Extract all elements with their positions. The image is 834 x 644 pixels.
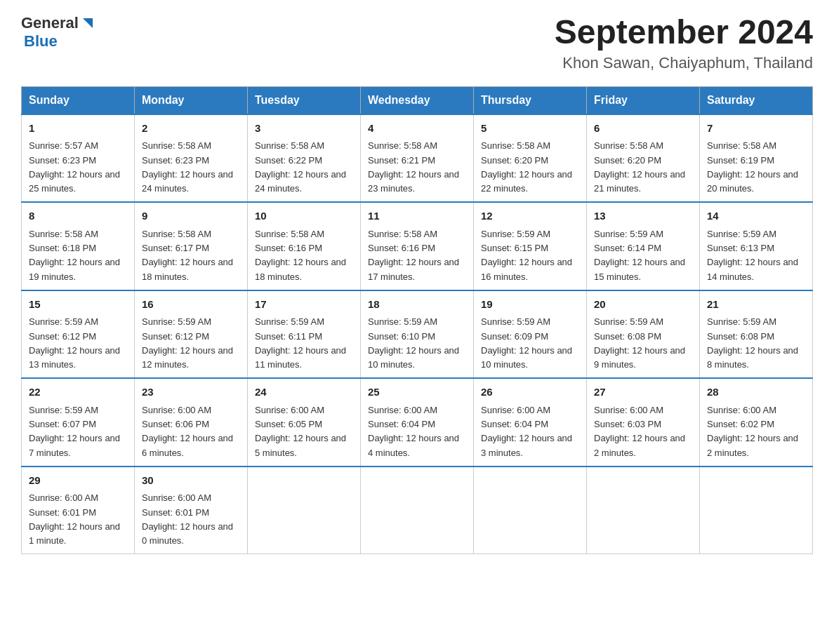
day-number: 9 — [142, 208, 240, 224]
day-info: Sunrise: 5:58 AMSunset: 6:18 PMDaylight:… — [29, 229, 120, 282]
calendar-subtitle: Khon Sawan, Chaiyaphum, Thailand — [555, 54, 813, 72]
day-info: Sunrise: 5:59 AMSunset: 6:14 PMDaylight:… — [594, 229, 685, 282]
day-info: Sunrise: 5:59 AMSunset: 6:13 PMDaylight:… — [707, 229, 798, 282]
day-number: 22 — [29, 384, 127, 401]
calendar-title: September 2024 — [555, 14, 813, 51]
day-info: Sunrise: 5:58 AMSunset: 6:16 PMDaylight:… — [255, 229, 346, 282]
week-row-4: 22Sunrise: 5:59 AMSunset: 6:07 PMDayligh… — [22, 378, 813, 467]
day-number: 8 — [29, 208, 127, 224]
day-info: Sunrise: 6:00 AMSunset: 6:04 PMDaylight:… — [368, 405, 459, 458]
logo-general-text: General — [21, 14, 79, 32]
calendar-cell: 21Sunrise: 5:59 AMSunset: 6:08 PMDayligh… — [700, 290, 813, 379]
logo-blue-text: Blue — [24, 32, 58, 51]
day-info: Sunrise: 5:58 AMSunset: 6:20 PMDaylight:… — [481, 140, 572, 194]
calendar-cell: 20Sunrise: 5:59 AMSunset: 6:08 PMDayligh… — [587, 290, 700, 379]
calendar-cell: 22Sunrise: 5:59 AMSunset: 6:07 PMDayligh… — [22, 378, 135, 467]
calendar-cell: 18Sunrise: 5:59 AMSunset: 6:10 PMDayligh… — [361, 290, 474, 379]
day-info: Sunrise: 5:59 AMSunset: 6:11 PMDaylight:… — [255, 316, 346, 370]
day-info: Sunrise: 5:59 AMSunset: 6:12 PMDaylight:… — [29, 316, 120, 370]
day-number: 11 — [368, 208, 466, 224]
calendar-cell: 8Sunrise: 5:58 AMSunset: 6:18 PMDaylight… — [22, 202, 135, 290]
day-info: Sunrise: 6:00 AMSunset: 6:06 PMDaylight:… — [142, 405, 233, 458]
logo-triangle-icon — [80, 15, 95, 31]
day-number: 6 — [594, 121, 692, 137]
day-info: Sunrise: 5:59 AMSunset: 6:09 PMDaylight:… — [481, 316, 572, 370]
day-info: Sunrise: 5:59 AMSunset: 6:12 PMDaylight:… — [142, 316, 233, 370]
weekday-header-saturday: Saturday — [700, 86, 813, 114]
calendar-cell: 7Sunrise: 5:58 AMSunset: 6:19 PMDaylight… — [700, 114, 813, 203]
day-info: Sunrise: 6:00 AMSunset: 6:05 PMDaylight:… — [255, 405, 346, 458]
day-number: 29 — [29, 473, 127, 489]
day-info: Sunrise: 6:00 AMSunset: 6:01 PMDaylight:… — [29, 492, 120, 546]
day-info: Sunrise: 5:58 AMSunset: 6:16 PMDaylight:… — [368, 229, 459, 282]
day-info: Sunrise: 5:58 AMSunset: 6:17 PMDaylight:… — [142, 229, 233, 282]
calendar-cell: 19Sunrise: 5:59 AMSunset: 6:09 PMDayligh… — [474, 290, 587, 379]
day-number: 1 — [29, 121, 127, 137]
calendar-cell: 5Sunrise: 5:58 AMSunset: 6:20 PMDaylight… — [474, 114, 587, 203]
calendar-cell: 25Sunrise: 6:00 AMSunset: 6:04 PMDayligh… — [361, 378, 474, 467]
calendar-cell: 1Sunrise: 5:57 AMSunset: 6:23 PMDaylight… — [22, 114, 135, 203]
calendar-cell: 4Sunrise: 5:58 AMSunset: 6:21 PMDaylight… — [361, 114, 474, 203]
day-number: 30 — [142, 473, 240, 489]
day-number: 5 — [481, 121, 579, 137]
day-number: 19 — [481, 297, 579, 313]
calendar-table: SundayMondayTuesdayWednesdayThursdayFrid… — [21, 86, 813, 555]
calendar-cell — [248, 467, 361, 554]
day-info: Sunrise: 5:59 AMSunset: 6:15 PMDaylight:… — [481, 229, 572, 282]
weekday-header-tuesday: Tuesday — [248, 86, 361, 114]
weekday-header-friday: Friday — [587, 86, 700, 114]
day-number: 25 — [368, 384, 466, 401]
logo: General Blue — [21, 14, 95, 51]
weekday-header-wednesday: Wednesday — [361, 86, 474, 114]
day-number: 24 — [255, 384, 353, 401]
calendar-cell: 6Sunrise: 5:58 AMSunset: 6:20 PMDaylight… — [587, 114, 700, 203]
day-info: Sunrise: 5:58 AMSunset: 6:23 PMDaylight:… — [142, 140, 233, 194]
day-number: 16 — [142, 297, 240, 313]
day-number: 23 — [142, 384, 240, 401]
weekday-header-sunday: Sunday — [22, 86, 135, 114]
day-number: 13 — [594, 208, 692, 224]
day-info: Sunrise: 5:59 AMSunset: 6:08 PMDaylight:… — [707, 316, 798, 370]
calendar-cell: 2Sunrise: 5:58 AMSunset: 6:23 PMDaylight… — [135, 114, 248, 203]
day-number: 4 — [368, 121, 466, 137]
day-number: 2 — [142, 121, 240, 137]
calendar-cell: 23Sunrise: 6:00 AMSunset: 6:06 PMDayligh… — [135, 378, 248, 467]
calendar-cell: 3Sunrise: 5:58 AMSunset: 6:22 PMDaylight… — [248, 114, 361, 203]
page-header: General Blue September 2024 Khon Sawan, … — [21, 14, 813, 72]
calendar-cell: 17Sunrise: 5:59 AMSunset: 6:11 PMDayligh… — [248, 290, 361, 379]
calendar-cell: 24Sunrise: 6:00 AMSunset: 6:05 PMDayligh… — [248, 378, 361, 467]
calendar-cell: 12Sunrise: 5:59 AMSunset: 6:15 PMDayligh… — [474, 202, 587, 290]
calendar-cell: 15Sunrise: 5:59 AMSunset: 6:12 PMDayligh… — [22, 290, 135, 379]
calendar-cell: 28Sunrise: 6:00 AMSunset: 6:02 PMDayligh… — [700, 378, 813, 467]
week-row-3: 15Sunrise: 5:59 AMSunset: 6:12 PMDayligh… — [22, 290, 813, 379]
weekday-header-monday: Monday — [135, 86, 248, 114]
day-info: Sunrise: 6:00 AMSunset: 6:01 PMDaylight:… — [142, 492, 233, 546]
day-number: 20 — [594, 297, 692, 313]
day-number: 26 — [481, 384, 579, 401]
calendar-cell: 11Sunrise: 5:58 AMSunset: 6:16 PMDayligh… — [361, 202, 474, 290]
day-info: Sunrise: 5:58 AMSunset: 6:21 PMDaylight:… — [368, 140, 459, 194]
day-number: 15 — [29, 297, 127, 313]
week-row-5: 29Sunrise: 6:00 AMSunset: 6:01 PMDayligh… — [22, 467, 813, 554]
calendar-cell: 16Sunrise: 5:59 AMSunset: 6:12 PMDayligh… — [135, 290, 248, 379]
week-row-1: 1Sunrise: 5:57 AMSunset: 6:23 PMDaylight… — [22, 114, 813, 203]
day-number: 27 — [594, 384, 692, 401]
calendar-cell — [587, 467, 700, 554]
day-info: Sunrise: 5:59 AMSunset: 6:07 PMDaylight:… — [29, 405, 120, 458]
day-number: 10 — [255, 208, 353, 224]
day-number: 3 — [255, 121, 353, 137]
calendar-cell — [700, 467, 813, 554]
day-info: Sunrise: 6:00 AMSunset: 6:02 PMDaylight:… — [707, 405, 798, 458]
weekday-header-thursday: Thursday — [474, 86, 587, 114]
calendar-cell: 27Sunrise: 6:00 AMSunset: 6:03 PMDayligh… — [587, 378, 700, 467]
week-row-2: 8Sunrise: 5:58 AMSunset: 6:18 PMDaylight… — [22, 202, 813, 290]
weekday-header-row: SundayMondayTuesdayWednesdayThursdayFrid… — [22, 86, 813, 114]
svg-marker-0 — [83, 18, 93, 28]
title-area: September 2024 Khon Sawan, Chaiyaphum, T… — [555, 14, 813, 72]
day-info: Sunrise: 5:59 AMSunset: 6:08 PMDaylight:… — [594, 316, 685, 370]
day-number: 18 — [368, 297, 466, 313]
day-number: 12 — [481, 208, 579, 224]
day-info: Sunrise: 5:58 AMSunset: 6:19 PMDaylight:… — [707, 140, 798, 194]
calendar-cell: 13Sunrise: 5:59 AMSunset: 6:14 PMDayligh… — [587, 202, 700, 290]
calendar-cell: 30Sunrise: 6:00 AMSunset: 6:01 PMDayligh… — [135, 467, 248, 554]
